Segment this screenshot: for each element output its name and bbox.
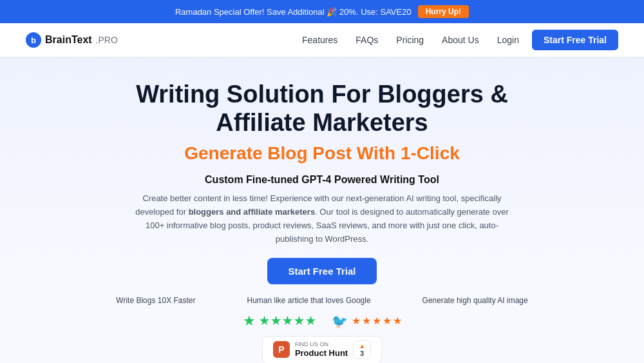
ph-logo-icon: P xyxy=(273,341,290,358)
nav-links: Features FAQs Pricing About Us Login xyxy=(302,35,519,45)
promo-banner: Ramadan Special Offer! Save Additional 🎉… xyxy=(0,0,644,23)
banner-text: Ramadan Special Offer! Save Additional 🎉… xyxy=(175,7,412,17)
feature-2: Human like article that loves Google xyxy=(247,296,370,305)
brand-suffix: .PRO xyxy=(96,35,118,45)
feature-1: Write Blogs 10X Faster xyxy=(116,296,195,305)
ph-arrow-icon: ▲ xyxy=(359,342,365,349)
orange-stars: ★ ★ ★ ★ ★ xyxy=(352,315,402,327)
ph-upvote: ▲ 3 xyxy=(353,340,371,359)
brand-logo[interactable]: b BrainText.PRO xyxy=(26,32,118,48)
nav-start-trial-button[interactable]: Start Free Trial xyxy=(532,30,618,50)
green-stars xyxy=(260,316,316,326)
ph-count: 3 xyxy=(360,349,364,357)
orange-rating: 🐦 ★ ★ ★ ★ ★ xyxy=(332,313,402,329)
star-icon: ★ xyxy=(243,313,256,329)
hero-description: Create better content in less time! Expe… xyxy=(135,192,509,246)
trustpilot-rating: ★ xyxy=(243,313,316,329)
hurry-button[interactable]: Hurry Up! xyxy=(418,5,469,18)
features-row: Write Blogs 10X Faster Human like articl… xyxy=(26,296,618,305)
hero-subtitle: Generate Blog Post With 1-Click xyxy=(26,143,618,164)
nav-about[interactable]: About Us xyxy=(442,35,479,45)
nav-faqs[interactable]: FAQs xyxy=(355,35,378,45)
nav-pricing[interactable]: Pricing xyxy=(396,35,424,45)
hero-desc-title: Custom Fine-tuned GPT-4 Powered Writing … xyxy=(26,174,618,186)
hero-section: Writing Solution For Bloggers & Affiliat… xyxy=(0,57,644,363)
logo-icon: b xyxy=(26,32,41,48)
brand-name: BrainText xyxy=(45,34,92,46)
ph-text-block: FIND US ON Product Hunt xyxy=(295,341,348,358)
product-hunt-badge[interactable]: P FIND US ON Product Hunt ▲ 3 xyxy=(262,336,382,363)
bird-icon: 🐦 xyxy=(332,313,348,329)
hero-start-trial-button[interactable]: Start Free Trial xyxy=(267,258,376,284)
nav-features[interactable]: Features xyxy=(302,35,337,45)
hero-title: Writing Solution For Bloggers & Affiliat… xyxy=(26,81,618,137)
ratings-row: ★ 🐦 ★ ★ ★ ★ ★ xyxy=(26,313,618,329)
navigation: b BrainText.PRO Features FAQs Pricing Ab… xyxy=(0,23,644,57)
nav-login[interactable]: Login xyxy=(497,35,519,45)
ph-name: Product Hunt xyxy=(295,348,348,358)
feature-3: Generate high quality AI image xyxy=(422,296,528,305)
